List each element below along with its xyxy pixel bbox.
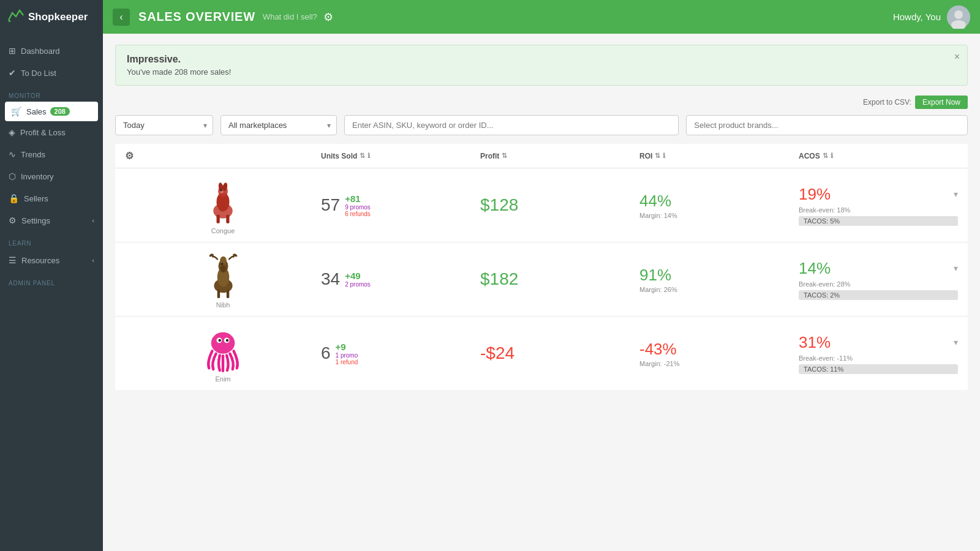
acos-info-icon[interactable]: ℹ (831, 152, 833, 160)
column-settings-icon[interactable]: ⚙ (125, 150, 134, 162)
units-detail-enim: +9 1 promo 1 refund (336, 342, 358, 365)
table-row: Enim 6 +9 1 promo 1 refund -$24 -43% Mar… (115, 317, 968, 390)
resources-chevron-icon: ‹ (92, 257, 94, 264)
todo-icon: ✔ (9, 68, 16, 78)
col-header-profit: Profit ⇅ (480, 152, 639, 160)
product-image-enim (202, 324, 244, 373)
svg-point-13 (220, 189, 222, 192)
acos-breakeven-congue: Break-even: 18% (799, 206, 958, 214)
units-main-nibh: 34 (321, 269, 340, 289)
logo-text: Shopkeeper (28, 11, 88, 23)
roi-cell-congue: 44% Margin: 14% (639, 192, 799, 219)
resources-icon: ☰ (9, 255, 17, 265)
marketplace-filter[interactable]: All marketplaces Amazon US Amazon UK Ama… (221, 115, 337, 135)
roi-margin-congue: Margin: 14% (639, 212, 799, 219)
sales-icon: 🛒 (11, 107, 21, 116)
roi-cell-nibh: 91% Margin: 26% (639, 266, 799, 293)
banner-close-button[interactable]: × (954, 51, 960, 62)
sales-table: ⚙ Units Sold ⇅ ℹ Profit ⇅ ROI ⇅ ℹ ACOS (115, 144, 968, 390)
svg-point-26 (226, 339, 228, 342)
profit-sort-icon[interactable]: ⇅ (502, 152, 507, 160)
content-area: Impressive. You've made 208 more sales! … (103, 34, 980, 551)
trends-icon: ∿ (9, 149, 16, 159)
svg-rect-6 (217, 215, 220, 223)
avatar (947, 6, 970, 29)
units-trend-nibh: +49 (345, 271, 371, 281)
sidebar-item-settings[interactable]: ⚙ Settings ‹ (0, 209, 103, 231)
marketplace-filter-wrapper: All marketplaces Amazon US Amazon UK Ama… (221, 115, 337, 135)
roi-sort-icon[interactable]: ⇅ (655, 152, 660, 160)
collapse-button[interactable]: ‹ (113, 9, 130, 26)
user-greeting: Howdy, You (893, 12, 941, 22)
product-cell-enim: Enim (125, 324, 321, 383)
product-cell-nibh: Nibh (125, 250, 321, 309)
brands-input[interactable] (686, 115, 968, 135)
col-header-acos: ACOS ⇅ ℹ (799, 152, 958, 160)
svg-point-22 (211, 332, 235, 354)
date-filter[interactable]: Today Yesterday Last 7 Days Last 30 Days (115, 115, 213, 135)
logo: Shopkeeper (0, 0, 103, 34)
units-sort-icon[interactable]: ⇅ (360, 152, 365, 160)
svg-rect-7 (226, 215, 229, 223)
units-info-icon[interactable]: ℹ (368, 152, 370, 160)
acos-expand-icon-enim[interactable]: ▾ (954, 337, 958, 347)
units-trend-congue: +81 (345, 193, 371, 204)
svg-point-25 (219, 339, 221, 342)
sidebar-item-label: Sales (26, 107, 47, 116)
sales-badge: 208 (50, 107, 70, 116)
user-area: Howdy, You (893, 6, 970, 29)
sidebar-item-sellers[interactable]: 🔒 Sellers (0, 187, 103, 209)
sidebar-item-trends[interactable]: ∿ Trends (0, 143, 103, 165)
sidebar: Shopkeeper ⊞ Dashboard ✔ To Do List MONI… (0, 0, 103, 551)
acos-cell-enim: 31% ▾ Break-even: -11% TACOS: 11% (799, 333, 958, 374)
units-promos-nibh: 2 promos (345, 281, 371, 288)
search-input[interactable] (344, 115, 679, 135)
product-image-nibh (200, 250, 246, 299)
sidebar-item-label: Resources (21, 256, 59, 265)
sidebar-item-sales[interactable]: 🛒 Sales 208 (5, 102, 98, 121)
acos-cell-nibh: 14% ▾ Break-even: 28% TACOS: 2% (799, 259, 958, 300)
profit-cell-enim: -$24 (480, 343, 639, 363)
tacos-badge-congue: TACOS: 5% (799, 216, 958, 226)
roi-info-icon[interactable]: ℹ (663, 152, 665, 160)
sidebar-item-profit-loss[interactable]: ◈ Profit & Loss (0, 121, 103, 143)
settings-gear-icon[interactable]: ⚙ (323, 10, 333, 24)
acos-sort-icon[interactable]: ⇅ (823, 152, 828, 160)
roi-main-congue: 44% (639, 192, 799, 211)
sidebar-item-label: Trends (21, 150, 45, 159)
sidebar-item-label: Inventory (21, 172, 53, 181)
acos-expand-icon-nibh[interactable]: ▾ (954, 263, 958, 273)
sidebar-item-inventory[interactable]: ⬡ Inventory (0, 165, 103, 187)
export-label: Export to CSV: (863, 98, 911, 107)
units-refunds-congue: 6 refunds (345, 211, 371, 217)
table-row: Congue 57 +81 9 promos 6 refunds $128 44… (115, 168, 968, 242)
sidebar-item-todo[interactable]: ✔ To Do List (0, 62, 103, 84)
svg-rect-16 (226, 290, 228, 298)
sidebar-item-resources[interactable]: ☰ Resources ‹ (0, 249, 103, 271)
col-profit-label: Profit (480, 152, 499, 160)
settings-chevron-icon: ‹ (92, 217, 94, 224)
profit-cell-congue: $128 (480, 195, 639, 215)
admin-section-label: ADMIN PANEL (0, 271, 103, 289)
acos-main-congue: 19% (799, 185, 831, 204)
sidebar-item-dashboard[interactable]: ⊞ Dashboard (0, 40, 103, 62)
units-main-enim: 6 (321, 343, 331, 363)
acos-expand-icon-congue[interactable]: ▾ (954, 189, 958, 199)
acos-breakeven-nibh: Break-even: 28% (799, 280, 958, 288)
units-cell-congue: 57 +81 9 promos 6 refunds (321, 193, 480, 217)
banner-title: Impressive. (127, 54, 956, 65)
export-now-button[interactable]: Export Now (915, 96, 968, 109)
col-units-label: Units Sold (321, 152, 357, 160)
page-title: SALES OVERVIEW (138, 10, 255, 24)
col-header-gear: ⚙ (125, 150, 321, 162)
col-roi-label: ROI (639, 152, 652, 160)
svg-point-3 (954, 10, 963, 19)
units-promos-congue: 9 promos (345, 204, 371, 211)
tacos-badge-nibh: TACOS: 2% (799, 290, 958, 300)
sidebar-item-label: Dashboard (21, 47, 60, 56)
col-header-roi: ROI ⇅ ℹ (639, 152, 799, 160)
units-main-congue: 57 (321, 195, 340, 215)
acos-cell-congue: 19% ▾ Break-even: 18% TACOS: 5% (799, 185, 958, 226)
filter-bar: Today Yesterday Last 7 Days Last 30 Days… (115, 115, 968, 135)
monitor-section-label: MONITOR (0, 84, 103, 102)
